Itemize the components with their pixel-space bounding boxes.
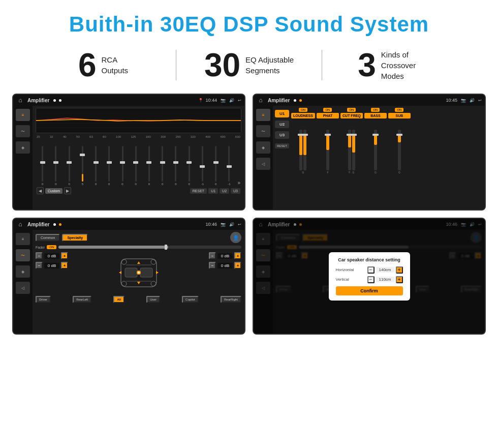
- eq-slider-13[interactable]: 0: [210, 146, 222, 186]
- eq-slider-2[interactable]: 0: [63, 146, 75, 186]
- eq-val-14: -1: [228, 183, 230, 186]
- fl2-plus-btn[interactable]: +: [61, 262, 68, 269]
- eq-slider-11[interactable]: 0: [183, 146, 195, 186]
- channel-loudness: ON LOUDNESS G: [291, 108, 315, 207]
- fader-vol-icon[interactable]: ◁: [16, 282, 30, 294]
- stat-rca: 6 RCA Outputs: [30, 49, 176, 81]
- eq-reset-btn[interactable]: RESET: [190, 188, 207, 194]
- freq-100: 100: [116, 135, 121, 138]
- fader-slider[interactable]: [58, 246, 241, 249]
- eq-slider-0[interactable]: 0: [37, 146, 48, 186]
- eq-back-icon[interactable]: ↩: [238, 98, 241, 103]
- fr-plus-btn[interactable]: +: [234, 252, 241, 259]
- rearright-btn[interactable]: RearRight: [221, 296, 241, 303]
- crossover-back-icon[interactable]: ↩: [478, 98, 482, 103]
- confirm-button[interactable]: Confirm: [336, 286, 403, 295]
- eq-status-title: Amplifier: [27, 98, 49, 103]
- eq-slider-12[interactable]: -1: [197, 146, 208, 186]
- u2-btn[interactable]: U2: [275, 121, 289, 128]
- freq-400: 400: [205, 135, 210, 138]
- front-right-vol-row: − 0 dB +: [209, 252, 241, 259]
- eq-more-btn[interactable]: »: [237, 180, 241, 186]
- dialog-title: Car speaker distance setting: [336, 257, 403, 262]
- fl-plus-btn[interactable]: +: [61, 252, 68, 259]
- crossover-status-bar: ⌂ Amplifier 10:45 📷 🔊 ↩: [254, 95, 485, 106]
- eq-slider-4[interactable]: 0: [90, 146, 102, 186]
- eq-sidebar-eq-icon[interactable]: ≡: [16, 109, 30, 121]
- freq-25: 25: [37, 135, 40, 138]
- crossover-reset-btn[interactable]: RESET: [275, 143, 289, 148]
- eq-prev-btn[interactable]: ◀: [37, 187, 44, 194]
- eq-u1-btn[interactable]: U1: [208, 188, 218, 194]
- u3-btn[interactable]: U3: [275, 131, 289, 139]
- eq-freq-labels: 25 32 40 50 63 80 100 125 160 200 250 32…: [36, 135, 241, 138]
- vertical-minus-btn[interactable]: −: [367, 276, 375, 283]
- svg-point-11: [138, 272, 140, 274]
- eq-u2-btn[interactable]: U2: [220, 188, 229, 194]
- u1-btn[interactable]: U1: [275, 110, 289, 117]
- crossover-time: 10:45: [446, 98, 457, 103]
- vertical-plus-btn[interactable]: +: [396, 276, 403, 283]
- crossover-main-area: U1 U2 U3 RESET ON LOUDNESS: [273, 106, 485, 210]
- eq-slider-8[interactable]: 0: [143, 146, 155, 186]
- eq-custom-btn[interactable]: Custom: [45, 188, 63, 194]
- all-btn[interactable]: All: [113, 296, 124, 303]
- fl-minus-btn[interactable]: −: [36, 252, 43, 259]
- fl2-minus-btn[interactable]: −: [36, 262, 43, 269]
- horizontal-plus-btn[interactable]: +: [396, 266, 403, 274]
- eq-slider-7[interactable]: 0: [130, 146, 142, 186]
- freq-250: 250: [175, 135, 180, 138]
- eq-sidebar-wave-icon[interactable]: 〜: [16, 125, 30, 137]
- phat-on: ON: [323, 108, 332, 112]
- fader-tab-specialty[interactable]: Specialty: [62, 234, 88, 242]
- crossover-eq-icon[interactable]: ≡: [256, 109, 270, 121]
- svg-rect-9: [140, 268, 152, 277]
- loudness-label: LOUDNESS: [291, 113, 315, 118]
- fr-minus-btn[interactable]: −: [209, 252, 216, 259]
- channel-cutfreq: ON CUT FREQ F G: [340, 108, 363, 207]
- eq-slider-6[interactable]: 0: [116, 146, 128, 186]
- eq-slider-5[interactable]: 0: [103, 146, 115, 186]
- eq-slider-10[interactable]: 0: [170, 146, 181, 186]
- fader-wave-icon[interactable]: 〜: [16, 249, 30, 261]
- eq-val-6: 0: [121, 183, 123, 186]
- distance-dialog-overlay: Car speaker distance setting Horizontal …: [254, 219, 485, 334]
- crossover-home-icon[interactable]: ⌂: [257, 96, 265, 104]
- fader-on-btn[interactable]: ON: [47, 245, 56, 249]
- home-icon[interactable]: ⌂: [16, 96, 24, 104]
- crossover-vol-icon[interactable]: ◁: [256, 158, 270, 170]
- freq-40: 40: [63, 135, 67, 138]
- svg-marker-12: [137, 261, 140, 264]
- fader-tab-common[interactable]: Common: [36, 234, 60, 242]
- eq-slider-14[interactable]: -1: [223, 146, 235, 186]
- phat-label: PHAT: [317, 113, 339, 118]
- fader-back-icon[interactable]: ↩: [238, 222, 241, 227]
- page-title: Buith-in 30EQ DSP Sound System: [0, 0, 498, 44]
- driver-btn[interactable]: Driver: [36, 296, 51, 303]
- eq-val-1: 0: [55, 183, 56, 186]
- horizontal-label: Horizontal: [336, 267, 354, 272]
- rearleft-btn[interactable]: RearLeft: [73, 296, 91, 303]
- eq-bottom-bar: ◀ Custom ▶ RESET U1 U2 U3: [36, 187, 241, 194]
- eq-sliders: 0 0 0 5 0: [36, 140, 241, 186]
- eq-slider-3[interactable]: 5: [77, 146, 88, 186]
- fader-home-icon[interactable]: ⌂: [16, 220, 24, 228]
- fader-speaker-icon[interactable]: ◈: [16, 265, 30, 278]
- rr-minus-btn[interactable]: −: [209, 262, 216, 269]
- horizontal-minus-btn[interactable]: −: [367, 266, 375, 274]
- fader-eq-icon[interactable]: ≡: [16, 233, 30, 245]
- eq-slider-9[interactable]: 0: [157, 146, 168, 186]
- eq-slider-1[interactable]: 0: [50, 146, 61, 186]
- fader-tabs-row: Common Specialty 👤: [36, 232, 241, 243]
- eq-u3-btn[interactable]: U3: [231, 188, 240, 194]
- crossover-wave-icon[interactable]: 〜: [256, 125, 270, 137]
- svg-point-19: [151, 281, 156, 286]
- user-btn[interactable]: User: [146, 296, 160, 303]
- eq-sidebar-speaker-icon[interactable]: ◈: [16, 141, 30, 154]
- copilot-btn[interactable]: Copilot: [182, 296, 199, 303]
- fl2-vol-display: 0 dB: [44, 263, 59, 268]
- location-icon: 📍: [198, 98, 203, 103]
- crossover-speaker-icon[interactable]: ◈: [256, 141, 270, 154]
- rr-plus-btn[interactable]: +: [234, 262, 241, 269]
- eq-play-btn[interactable]: ▶: [64, 187, 71, 194]
